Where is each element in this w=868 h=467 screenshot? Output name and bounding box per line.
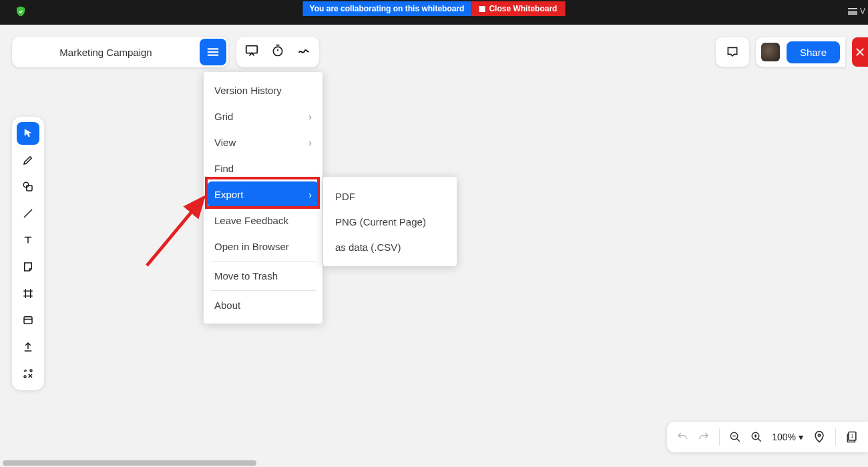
svg-rect-14 — [24, 317, 32, 324]
columns-icon — [848, 8, 857, 15]
export-pdf[interactable]: PDF — [323, 183, 457, 209]
pen-tool[interactable] — [17, 149, 39, 171]
undo-button[interactable] — [676, 431, 688, 443]
top-system-bar: You are collaborating on this whiteboard… — [0, 0, 868, 25]
menu-separator — [210, 290, 316, 291]
redo-button[interactable] — [698, 431, 710, 443]
line-tool[interactable] — [17, 202, 39, 225]
frame-tool[interactable] — [17, 282, 39, 305]
svg-point-17 — [30, 370, 32, 372]
close-whiteboard-label: Close Whiteboard — [489, 4, 557, 13]
more-tools[interactable] — [17, 362, 39, 385]
menu-version-history[interactable]: Version History — [204, 77, 322, 103]
separator — [719, 428, 720, 446]
shapes-tool[interactable] — [17, 175, 39, 198]
horizontal-scrollbar[interactable] — [0, 459, 521, 467]
export-csv[interactable]: as data (.CSV) — [323, 234, 457, 260]
menu-separator — [210, 261, 316, 262]
left-toolbar — [12, 117, 44, 390]
comments-button[interactable] — [716, 37, 749, 67]
svg-rect-7 — [27, 185, 32, 191]
svg-text:1: 1 — [851, 434, 854, 438]
svg-point-26 — [818, 434, 820, 436]
zoom-out-button[interactable] — [729, 431, 741, 443]
table-tool[interactable] — [17, 309, 39, 332]
note-tool[interactable] — [17, 256, 39, 278]
top-tool-pill — [236, 37, 319, 67]
collaboration-banner: You are collaborating on this whiteboard… — [303, 1, 566, 16]
main-menu-button[interactable] — [200, 39, 226, 65]
board-title[interactable]: Marketing Campaign — [12, 47, 200, 58]
menu-open-browser[interactable]: Open in Browser — [204, 234, 322, 260]
upload-tool[interactable] — [17, 336, 39, 358]
svg-line-20 — [736, 438, 740, 442]
present-icon[interactable] — [244, 43, 259, 61]
svg-point-16 — [24, 376, 26, 378]
close-whiteboard-button[interactable]: Close Whiteboard — [471, 1, 565, 16]
export-png[interactable]: PNG (Current Page) — [323, 209, 457, 234]
chevron-right-icon: › — [308, 137, 312, 148]
stop-icon — [479, 6, 485, 12]
svg-line-23 — [758, 438, 761, 442]
pages-button[interactable]: 1 — [845, 430, 859, 444]
menu-export[interactable]: Export› — [208, 181, 318, 207]
timer-icon[interactable] — [271, 44, 284, 60]
svg-line-18 — [147, 197, 204, 266]
share-cluster: Share — [756, 37, 845, 67]
user-avatar[interactable] — [761, 43, 780, 61]
shield-icon — [15, 5, 27, 20]
menu-grid[interactable]: Grid› — [204, 103, 322, 129]
text-tool[interactable] — [17, 229, 39, 252]
share-button[interactable]: Share — [787, 41, 840, 63]
scrollbar-thumb[interactable] — [3, 460, 256, 466]
chevron-right-icon: › — [308, 111, 312, 122]
collab-message: You are collaborating on this whiteboard — [303, 1, 471, 16]
zoom-in-button[interactable] — [750, 431, 763, 443]
main-dropdown-menu: Version History Grid› View› Find Export›… — [204, 72, 322, 324]
cursor-tool[interactable] — [17, 122, 39, 145]
view-toggle[interactable]: V — [848, 7, 865, 16]
bottom-status-bar: 100%▾ 1 — [667, 422, 868, 452]
menu-move-trash[interactable]: Move to Trash — [204, 263, 322, 289]
minimap-button[interactable] — [813, 430, 826, 444]
chevron-right-icon: › — [308, 189, 312, 200]
caret-down-icon: ▾ — [799, 432, 803, 442]
svg-line-9 — [24, 209, 32, 217]
zoom-level[interactable]: 100%▾ — [772, 432, 803, 442]
right-header-cluster: Share — [716, 37, 868, 67]
menu-find[interactable]: Find — [204, 155, 322, 181]
export-submenu: PDF PNG (Current Page) as data (.CSV) — [323, 177, 457, 266]
svg-rect-3 — [246, 46, 258, 53]
close-panel-button[interactable] — [852, 37, 868, 67]
menu-view[interactable]: View› — [204, 129, 322, 155]
title-bar: Marketing Campaign — [12, 37, 228, 67]
menu-about[interactable]: About — [204, 292, 322, 318]
menu-leave-feedback[interactable]: Leave Feedback — [204, 207, 322, 234]
separator — [835, 428, 836, 446]
scribble-icon[interactable] — [296, 43, 311, 61]
